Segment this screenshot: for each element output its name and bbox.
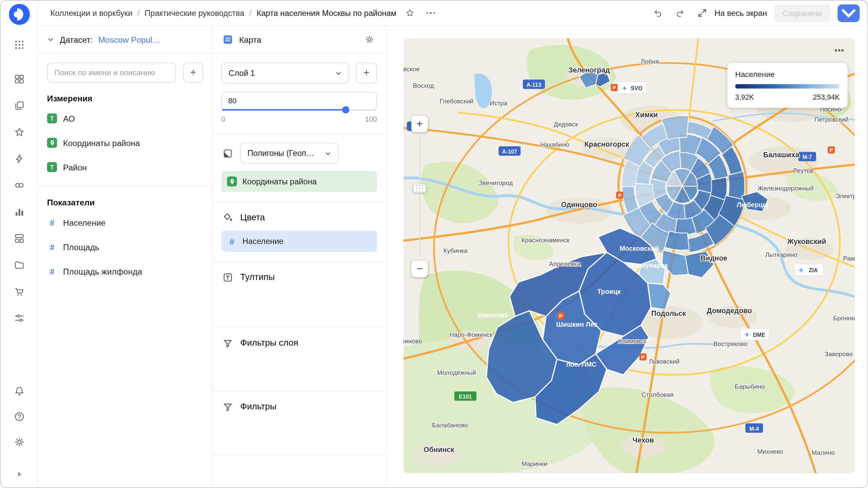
- dimension-item[interactable]: T Координаты района: [38, 130, 212, 155]
- notifications-bell-icon[interactable]: [9, 381, 29, 401]
- map-canvas[interactable]: М-9А-113А-107М-7М-4Е101РРРРР✈SVO✈DME✈ZIA…: [403, 38, 855, 473]
- chevron-down-icon: [837, 2, 860, 24]
- quick-actions-icon[interactable]: [9, 149, 29, 169]
- layer-select-value: Слой 1: [229, 68, 255, 77]
- top-bar: Коллекции и воркбуки / Практические руко…: [38, 1, 868, 26]
- geometry-field-chip[interactable]: Координаты района: [221, 171, 377, 192]
- opacity-slider-handle[interactable]: [342, 106, 349, 113]
- dimension-item[interactable]: T Район: [38, 155, 212, 179]
- opacity-slider[interactable]: [222, 108, 377, 111]
- charts-icon[interactable]: [9, 202, 29, 222]
- map-label: Львовский: [649, 358, 679, 365]
- map-label: Петровский: [814, 116, 849, 123]
- save-dropdown-button[interactable]: [837, 4, 860, 22]
- field-search-input[interactable]: [47, 62, 176, 82]
- chevron-down-icon: [335, 69, 342, 77]
- geopoint-field-icon: [227, 177, 237, 186]
- opacity-value: 80: [228, 96, 237, 105]
- svg-text:М-7: М-7: [803, 154, 812, 160]
- geometry-type-select[interactable]: Полигоны (Геоп…: [240, 143, 339, 164]
- filters-section-label: Фильтры: [240, 402, 277, 411]
- map-more-options-icon[interactable]: [833, 44, 844, 54]
- redo-icon[interactable]: [672, 5, 688, 21]
- chart-settings-gear-icon[interactable]: [361, 32, 377, 47]
- rail-bottom: [9, 381, 29, 484]
- dataset-collapse-chevron-icon[interactable]: [47, 36, 54, 43]
- map-label: чиново: [403, 338, 422, 345]
- map-label: Красногорск: [585, 140, 629, 148]
- measure-item[interactable]: # Площадь жилфонда: [38, 259, 212, 283]
- map-label: Чехов: [632, 436, 654, 444]
- map-label: Столбовая: [642, 391, 673, 398]
- collections-icon[interactable]: [9, 69, 29, 89]
- breadcrumb: Коллекции и воркбуки / Практические руко…: [51, 8, 396, 17]
- breadcrumb-current: Карта населения Москвы по районам: [257, 8, 396, 17]
- measures-list: # Население # Площадь # Площадь жилфонда: [38, 210, 212, 283]
- zoom-slider-handle[interactable]: [413, 184, 426, 192]
- help-icon[interactable]: [9, 407, 29, 427]
- map-label: Химки: [635, 111, 658, 119]
- datasets-icon[interactable]: [9, 255, 29, 275]
- fullscreen-icon[interactable]: [695, 5, 710, 21]
- railway-station-icon: Р: [639, 353, 647, 361]
- breadcrumb-collections[interactable]: Коллекции и воркбуки: [51, 8, 133, 17]
- map-label: Востряково: [713, 340, 747, 347]
- saved-button[interactable]: Сохранено: [774, 4, 831, 22]
- map-label: Киевский: [478, 311, 509, 319]
- airport-badge: ✈SVO: [618, 82, 647, 93]
- colors-field-chip[interactable]: # Население: [221, 231, 377, 252]
- map-label: Жуковский: [787, 238, 826, 246]
- more-options-icon[interactable]: [423, 5, 438, 21]
- map-panel: М-9А-113А-107М-7М-4Е101РРРРР✈SVO✈DME✈ZIA…: [387, 26, 868, 488]
- favorite-star-icon[interactable]: [402, 5, 417, 21]
- zoom-out-button[interactable]: −: [411, 261, 428, 277]
- airport-badge: ✈DME: [741, 328, 769, 340]
- dimension-item[interactable]: T АО: [38, 106, 212, 130]
- marketplace-cart-icon[interactable]: [9, 282, 29, 302]
- road-shield: М-7: [798, 152, 816, 161]
- chart-type-title: Карта: [239, 35, 356, 44]
- layer-section: Слой 1 + 80: [213, 54, 386, 133]
- datalens-logo[interactable]: [8, 4, 29, 25]
- favorites-star-icon[interactable]: [9, 122, 29, 142]
- apps-grid-icon[interactable]: [9, 35, 29, 55]
- map-label: Заворово: [825, 350, 853, 358]
- legend-gradient: [735, 84, 840, 88]
- collapse-rail-icon[interactable]: [9, 464, 29, 484]
- workbooks-icon[interactable]: [9, 96, 29, 116]
- add-layer-button[interactable]: +: [356, 62, 377, 83]
- tooltips-section-label: Тултипы: [240, 272, 275, 282]
- measures-heading: Показатели: [38, 186, 212, 210]
- district-polygon[interactable]: [728, 171, 745, 200]
- railway-station-icon: Р: [616, 191, 623, 199]
- legend-title: Население: [735, 70, 840, 79]
- svg-text:DME: DME: [753, 332, 765, 338]
- railway-station-icon: Р: [557, 312, 564, 320]
- map-label: Шишкин Лес: [556, 321, 598, 328]
- measure-hash-icon: #: [47, 242, 57, 251]
- field-label: Население: [63, 218, 105, 227]
- colors-bucket-icon: [221, 211, 234, 224]
- opacity-input[interactable]: 80: [221, 92, 377, 110]
- undo-icon[interactable]: [650, 5, 666, 21]
- services-sliders-icon[interactable]: [9, 308, 29, 328]
- add-field-button[interactable]: +: [183, 62, 203, 82]
- breadcrumb-guides[interactable]: Практические руководства: [145, 8, 244, 17]
- zoom-rail: [419, 136, 420, 257]
- settings-gear-icon[interactable]: [9, 432, 29, 452]
- map-label: Троицк: [597, 288, 621, 295]
- connections-icon[interactable]: [9, 176, 29, 196]
- measure-item[interactable]: # Площадь: [38, 235, 212, 259]
- layer-select[interactable]: Слой 1: [221, 62, 349, 83]
- zoom-in-button[interactable]: +: [411, 116, 428, 132]
- measure-item[interactable]: # Население: [38, 210, 212, 235]
- svg-text:Р: Р: [830, 147, 833, 153]
- map-label: Кубинка: [443, 247, 468, 254]
- fullscreen-label[interactable]: На весь экран: [714, 8, 767, 17]
- measure-hash-icon: #: [227, 237, 237, 246]
- dashboards-icon[interactable]: [9, 228, 29, 248]
- road-shield: Е101: [454, 391, 476, 401]
- map-label: Глебовский: [440, 98, 474, 105]
- dataset-name-link[interactable]: Moscow Popul…: [98, 35, 161, 44]
- left-rail: [1, 1, 38, 488]
